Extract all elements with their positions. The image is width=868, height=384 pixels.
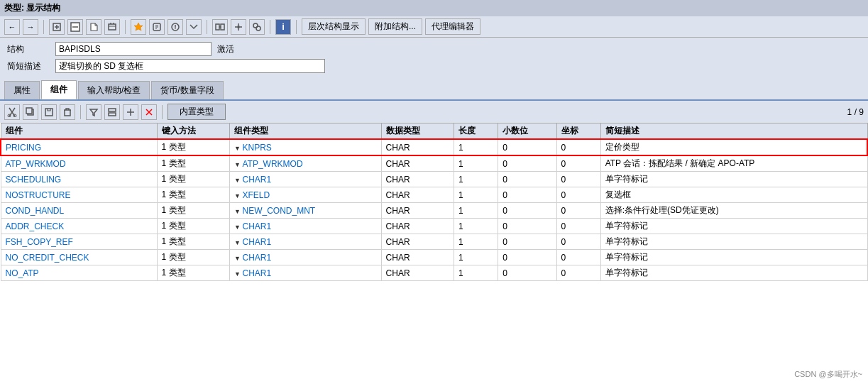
component-type-link[interactable]: CHAR1 — [243, 268, 272, 278]
table-tool-copy[interactable] — [23, 104, 38, 120]
table-row: ATP_WRKMOD1 类型▼ ATP_WRKMODCHAR100ATP 会话：… — [1, 155, 867, 172]
table-tool-delete[interactable] — [60, 104, 75, 120]
key-method-cell: 1 类型 — [157, 219, 229, 234]
description-cell: 单字符标记 — [600, 234, 867, 250]
tool-btn-9[interactable] — [212, 19, 228, 35]
table-tool-7[interactable] — [141, 104, 157, 120]
data-type-cell: CHAR — [381, 250, 454, 265]
table-tool-cut[interactable] — [4, 104, 20, 120]
table-tool-filter[interactable] — [86, 104, 101, 120]
tab-components[interactable]: 组件 — [41, 80, 77, 99]
component-type-link[interactable]: CHAR1 — [243, 175, 272, 185]
component-type-link[interactable]: XFELD — [243, 190, 270, 200]
component-link[interactable]: ATP_WRKMOD — [6, 159, 66, 169]
decimals-cell: 0 — [498, 203, 556, 219]
component-type-link[interactable]: ATP_WRKMOD — [243, 159, 303, 169]
separator-4 — [270, 20, 270, 34]
table-row: NO_ATP1 类型▼ CHAR1CHAR100单字符标记 — [1, 265, 867, 281]
component-type-link[interactable]: CHAR1 — [243, 221, 272, 231]
description-label: 简短描述 — [7, 60, 50, 72]
table-header: 组件 键入方法 组件类型 数据类型 长度 小数位 坐标 简短描述 — [1, 124, 867, 140]
component-link[interactable]: PRICING — [6, 143, 41, 153]
component-type-link[interactable]: KNPRS — [243, 143, 272, 153]
tool-btn-3[interactable] — [86, 19, 101, 35]
component-type-cell: ▼ CHAR1 — [230, 172, 382, 187]
tool-btn-11[interactable] — [249, 19, 265, 35]
component-link[interactable]: FSH_COPY_REF — [6, 237, 73, 247]
data-type-cell: CHAR — [381, 139, 454, 155]
additional-structure-button[interactable]: 附加结构... — [368, 18, 422, 35]
length-cell: 1 — [454, 203, 498, 219]
col-component: 组件 — [1, 124, 157, 140]
table-toolbar: 内置类型 1 / 9 — [0, 101, 868, 123]
tool-btn-4[interactable] — [104, 19, 120, 35]
form-area: 结构 激活 简短描述 — [0, 38, 868, 77]
component-link[interactable]: ADDR_CHECK — [6, 221, 65, 231]
hierarchy-display-button[interactable]: 层次结构显示 — [302, 18, 366, 35]
svg-point-6 — [237, 26, 240, 28]
tool-btn-8[interactable] — [186, 19, 202, 35]
col-coord: 坐标 — [556, 124, 600, 140]
coord-cell: 0 — [556, 265, 600, 281]
data-type-cell: CHAR — [381, 203, 454, 219]
tab-attributes[interactable]: 属性 — [4, 81, 40, 99]
coord-cell: 0 — [556, 187, 600, 203]
length-cell: 1 — [454, 187, 498, 203]
forward-button[interactable]: → — [23, 19, 38, 35]
decimals-cell: 0 — [498, 234, 556, 250]
table-tool-6[interactable] — [123, 104, 138, 120]
decimals-cell: 0 — [498, 219, 556, 234]
component-link[interactable]: NO_ATP — [6, 268, 39, 278]
svg-rect-15 — [109, 113, 116, 116]
key-method-cell: 1 类型 — [157, 139, 229, 155]
table-row: COND_HANDL1 类型▼ NEW_COND_MNTCHAR100选择:条件… — [1, 203, 867, 219]
tab-currency[interactable]: 货币/数量字段 — [151, 81, 223, 99]
component-link[interactable]: COND_HANDL — [6, 206, 65, 216]
description-input[interactable] — [55, 59, 325, 73]
decimals-cell: 0 — [498, 155, 556, 172]
tool-btn-5[interactable] — [131, 19, 146, 35]
table-sep-2 — [162, 105, 163, 119]
tool-btn-1[interactable] — [49, 19, 65, 35]
description-cell: 单字符标记 — [600, 172, 867, 187]
decimals-cell: 0 — [498, 187, 556, 203]
table-tool-5[interactable] — [104, 104, 120, 120]
component-link[interactable]: NO_CREDIT_CHECK — [6, 253, 89, 263]
inner-type-button[interactable]: 内置类型 — [167, 104, 226, 120]
component-type-link[interactable]: CHAR1 — [243, 253, 272, 263]
component-type-link[interactable]: CHAR1 — [243, 237, 272, 247]
decimals-cell: 0 — [498, 265, 556, 281]
data-type-cell: CHAR — [381, 265, 454, 281]
tool-btn-2[interactable] — [67, 19, 83, 35]
description-cell: 选择:条件行处理(SD凭证更改) — [600, 203, 867, 219]
tool-btn-7[interactable] — [167, 19, 183, 35]
key-method-cell: 1 类型 — [157, 155, 229, 172]
col-component-type: 组件类型 — [230, 124, 382, 140]
component-type-cell: ▼ CHAR1 — [230, 219, 382, 234]
component-link[interactable]: NOSTRUCTURE — [6, 190, 71, 200]
tool-btn-10[interactable] — [231, 19, 246, 35]
table-tool-paste[interactable] — [41, 104, 57, 120]
tabs-bar: 属性 组件 输入帮助/检查 货币/数量字段 — [0, 77, 868, 101]
back-button[interactable]: ← — [4, 19, 20, 35]
decimals-cell: 0 — [498, 250, 556, 265]
active-badge: 激活 — [217, 43, 234, 55]
coord-cell: 0 — [556, 219, 600, 234]
proxy-editor-button[interactable]: 代理编辑器 — [425, 18, 480, 35]
decimals-cell: 0 — [498, 172, 556, 187]
key-method-cell: 1 类型 — [157, 172, 229, 187]
tab-input-help[interactable]: 输入帮助/检查 — [78, 81, 150, 99]
component-type-cell: ▼ NEW_COND_MNT — [230, 203, 382, 219]
tool-btn-6[interactable] — [149, 19, 165, 35]
svg-rect-13 — [45, 109, 53, 116]
data-type-cell: CHAR — [381, 155, 454, 172]
table-row: SCHEDULING1 类型▼ CHAR1CHAR100单字符标记 — [1, 172, 867, 187]
structure-input[interactable] — [55, 42, 211, 56]
component-type-link[interactable]: NEW_COND_MNT — [243, 206, 316, 216]
page-title: 类型: 显示结构 — [4, 3, 60, 13]
coord-cell: 0 — [556, 234, 600, 250]
table-row: PRICING1 类型▼ KNPRSCHAR100定价类型 — [1, 139, 867, 155]
info-button[interactable]: i — [275, 19, 291, 35]
structure-label: 结构 — [7, 43, 50, 55]
component-link[interactable]: SCHEDULING — [6, 175, 62, 185]
